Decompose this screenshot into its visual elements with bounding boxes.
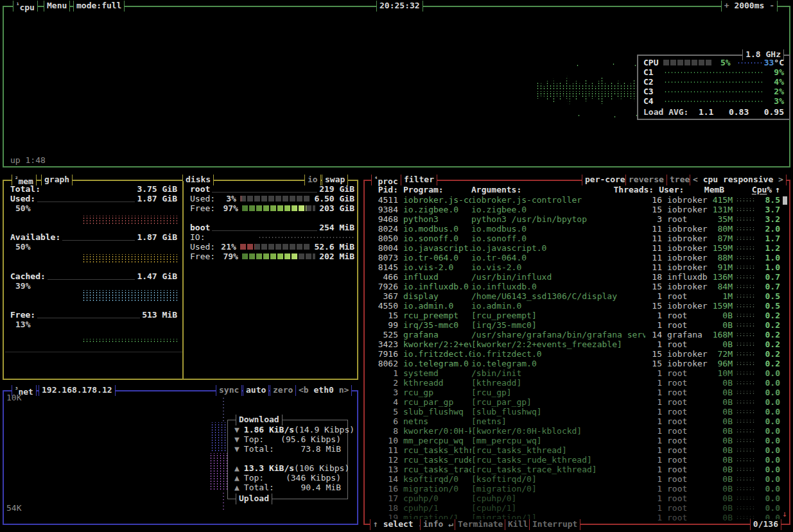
mem-cached-graph — [82, 290, 177, 302]
process-args: io.vis-2.0 — [471, 262, 645, 272]
terminate-button[interactable]: Terminate — [455, 519, 506, 530]
process-args: [netns] — [471, 416, 645, 426]
download-speed-row: ▼ 1.86 KiB/s (14.9 Kibps) — [234, 425, 341, 434]
process-row[interactable]: 8kworker/0:0H-k[kworker/0:0H-kblockd]1ro… — [365, 426, 789, 436]
interface-selector[interactable]: <b eth0 n> — [295, 385, 352, 396]
kill-button[interactable]: Kill — [505, 519, 531, 530]
interface-prev-button[interactable]: <b — [299, 385, 309, 395]
process-row[interactable]: 10mm_percpu_wq[mm_percpu_wq]1root0B0.0 — [365, 436, 789, 445]
sync-button[interactable]: sync — [216, 385, 242, 396]
process-row[interactable]: 2kthreadd[kthreadd]1root0B0.0 — [365, 378, 789, 388]
process-row[interactable]: 4rcu_par_gp[rcu_par_gp]1root0B0.0 — [365, 397, 789, 407]
filter-button[interactable]: filter — [401, 175, 437, 185]
graph-spike-dot — [613, 116, 616, 118]
process-prog: migration/0 — [403, 484, 471, 493]
reverse-button[interactable]: reverse — [625, 175, 667, 185]
load-avg-row: Load AVG: 1.1 0.83 0.95 — [643, 107, 784, 117]
process-row[interactable]: 5slub_flushwq[slub_flushwq]1root0B0.0 — [365, 407, 789, 416]
process-pid: 4550 — [369, 301, 398, 311]
process-mem: 0B — [707, 484, 733, 493]
process-row[interactable]: 8073io.tr-064.0io.tr-064.011iobroker88M1… — [365, 253, 789, 262]
sort-column-label: cpu responsive — [703, 175, 774, 184]
process-row[interactable]: 8024io.modbus.0io.modbus.011iobroker80M2… — [365, 224, 789, 234]
cpu-usage-sparkline — [736, 333, 755, 337]
sort-prev-button[interactable]: < — [693, 175, 698, 184]
process-row[interactable]: 3rcu_gp[rcu_gp]1root0B0.0 — [365, 388, 789, 397]
process-row[interactable]: 4550io.admin.0io.admin.015iobroker159M0.… — [365, 301, 789, 311]
process-mem: 0B — [707, 397, 733, 407]
cpu-usage-sparkline — [736, 208, 755, 212]
menu-button[interactable]: Menu — [44, 1, 70, 12]
sort-selector[interactable]: < cpu responsive > — [690, 175, 787, 185]
process-row[interactable]: 12rcu_tasks_rude[rcu_tasks_rude_kthread]… — [365, 455, 789, 465]
process-cpu: 0.2 — [758, 311, 780, 320]
sort-column-header[interactable]: Cpu% — [750, 185, 772, 194]
scrollbar-thumb[interactable] — [783, 196, 787, 205]
sort-next-button[interactable]: > — [778, 175, 783, 184]
process-thr: 3 — [645, 214, 662, 224]
process-row[interactable]: 8145io.vis-2.0io.vis-2.011iobroker91M1.0 — [365, 262, 789, 272]
process-row[interactable]: 14ksoftirqd/0[ksoftirqd/0]1root0B0.0 — [365, 474, 789, 484]
process-user: root — [667, 407, 707, 416]
process-pid: 18 — [369, 503, 398, 513]
interval-decrease-button[interactable]: - — [769, 1, 774, 10]
process-row[interactable]: 466influxd/usr/bin/influxd18influxdb136M… — [365, 272, 789, 282]
process-pid: 8145 — [369, 262, 398, 272]
process-pid: 525 — [369, 330, 398, 339]
graph-spike-dot — [577, 114, 580, 117]
process-row[interactable]: 525grafana/usr/share/grafana/bin/grafana… — [365, 330, 789, 339]
process-row[interactable]: 17cpuhp/0[cpuhp/0]1root0B0.0 — [365, 493, 789, 503]
info-button[interactable]: info ↵ — [420, 519, 457, 530]
process-cpu: 8.5 — [758, 195, 780, 205]
process-user: root — [667, 455, 707, 465]
process-row[interactable]: 15rcu_preempt[rcu_preempt]1root0B0.2 — [365, 311, 789, 320]
interrupt-button[interactable]: Interrupt — [529, 519, 580, 530]
process-row[interactable]: 99irq/35-mmc0[irq/35-mmc0]1root0B0.2 — [365, 320, 789, 330]
process-row[interactable]: 11rcu_tasks_kthr[rcu_tasks_kthread]1root… — [365, 445, 789, 455]
zero-button[interactable]: zero — [270, 385, 296, 396]
root-free-meter — [242, 205, 315, 211]
process-args: [rcu_par_gp] — [471, 397, 645, 407]
process-row[interactable]: 16migration/0[migration/0]1root0B0.0 — [365, 484, 789, 493]
upload-graph — [222, 490, 225, 511]
process-row[interactable]: 8004io.javascript.io.javascript.011iobro… — [365, 243, 789, 253]
process-row[interactable]: 4511iobroker.js-coiobroker.js-controller… — [365, 195, 789, 205]
process-pid: 12 — [369, 455, 398, 465]
process-prog: grafana — [403, 330, 471, 339]
process-pid: 7916 — [369, 349, 398, 359]
scroll-down-icon[interactable]: ↓ — [782, 509, 787, 519]
process-row[interactable]: 18cpuhp/1[cpuhp/1]1root0B0.0 — [365, 503, 789, 513]
process-thr: 1 — [645, 484, 662, 493]
process-row[interactable]: 7916io.fritzdect.0io.fritzdect.015iobrok… — [365, 349, 789, 359]
process-row[interactable]: 1systemd/sbin/init1root10M0.0 — [365, 368, 789, 378]
process-row[interactable]: 8050io.sonoff.0io.sonoff.011iobroker87M1… — [365, 234, 789, 243]
process-row[interactable]: 7926io.influxdb.0io.influxdb.015iobroker… — [365, 282, 789, 291]
cpu-usage-sparkline — [736, 237, 755, 241]
interval-increase-button[interactable]: + — [724, 1, 729, 10]
process-args: [irq/35-mmc0] — [471, 320, 645, 330]
mem-box: ²mem graph disks io swap Total:3.75 GiB … — [3, 180, 358, 380]
process-row[interactable]: 8062io.telegram.0io.telegram.015iobroker… — [365, 359, 789, 368]
bpytop-screen: ¹cpu Menu mode:full 20:25:32 + 2000ms - … — [0, 0, 793, 532]
process-row[interactable]: 9384io.zigbee.0io.zigbee.015iobroker131M… — [365, 205, 789, 214]
update-interval[interactable]: + 2000ms - — [721, 1, 778, 12]
cpu-usage-sparkline — [736, 458, 755, 462]
mem-used-row: Used:1.87 GiB — [10, 194, 177, 203]
process-row[interactable]: 13rcu_tasks_trac[rcu_tasks_trace_kthread… — [365, 465, 789, 474]
process-row[interactable]: 9468python3python3 /usr/bin/bpytop3root3… — [365, 214, 789, 224]
mode-button[interactable]: mode:full — [73, 1, 125, 12]
process-pid: 8004 — [369, 243, 398, 253]
cpu-usage-sparkline — [736, 323, 755, 327]
scroll-up-icon[interactable]: ↑ — [775, 185, 780, 194]
per-core-button[interactable]: per-core — [582, 175, 629, 185]
process-row[interactable]: 367display/home/U6143_ssd1306/C/display1… — [365, 291, 789, 301]
process-row[interactable]: 3423kworker/2:2+ev[kworker/2:2+events_fr… — [365, 339, 789, 349]
process-mem: 168M — [707, 330, 733, 339]
process-mem: 159M — [707, 243, 733, 253]
process-cpu: 0.7 — [758, 282, 780, 291]
interface-next-button[interactable]: n> — [339, 385, 349, 395]
select-button[interactable]: ↑ select ↓ — [370, 519, 426, 530]
process-row[interactable]: 6netns[netns]1root0B0.0 — [365, 416, 789, 426]
net-box: ³net 192.168.178.12 sync auto zero <b et… — [3, 390, 358, 525]
auto-button[interactable]: auto — [243, 385, 269, 396]
